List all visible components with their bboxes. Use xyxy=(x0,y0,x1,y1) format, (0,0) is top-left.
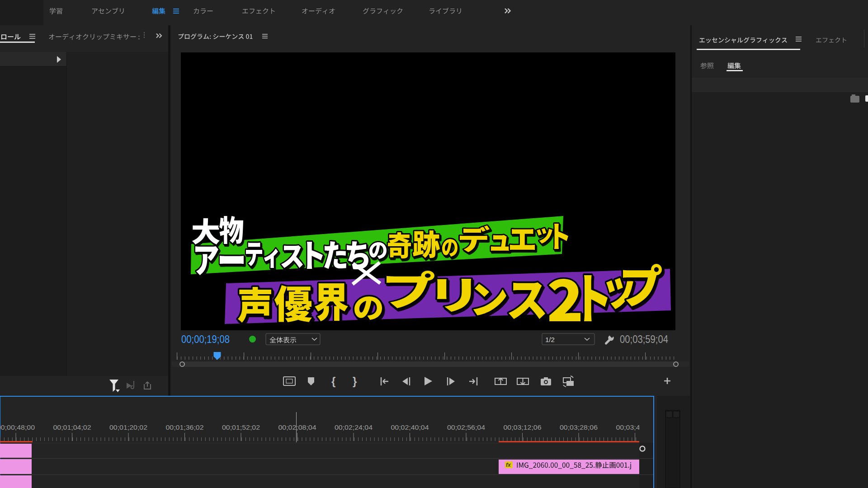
svg-text:00;02;56;04: 00;02;56;04 xyxy=(447,424,485,431)
svg-text:00;01;04;02: 00;01;04;02 xyxy=(53,424,91,431)
svg-text:}: } xyxy=(353,375,357,387)
svg-text:00;02;24;04: 00;02;24;04 xyxy=(335,424,373,431)
svg-text:00;01;52;02: 00;01;52;02 xyxy=(222,424,260,431)
svg-text:00;03;28;06: 00;03;28;06 xyxy=(560,424,598,431)
svg-text:1/2: 1/2 xyxy=(545,336,555,343)
svg-text:00;00;48;00: 00;00;48;00 xyxy=(0,424,35,431)
svg-text:00;03;59;04: 00;03;59;04 xyxy=(620,333,668,345)
svg-text:00;02;40;04: 00;02;40;04 xyxy=(391,424,429,431)
svg-text:{: { xyxy=(331,375,335,387)
svg-text:fx: fx xyxy=(506,462,511,468)
svg-text:00;03;12;06: 00;03;12;06 xyxy=(504,424,542,431)
svg-text:00;02;08;04: 00;02;08;04 xyxy=(278,424,316,431)
svg-text:00;01;36;02: 00;01;36;02 xyxy=(166,424,204,431)
svg-text:00;00;19;08: 00;00;19;08 xyxy=(181,333,230,345)
svg-text:00;01;20;02: 00;01;20;02 xyxy=(109,424,147,431)
